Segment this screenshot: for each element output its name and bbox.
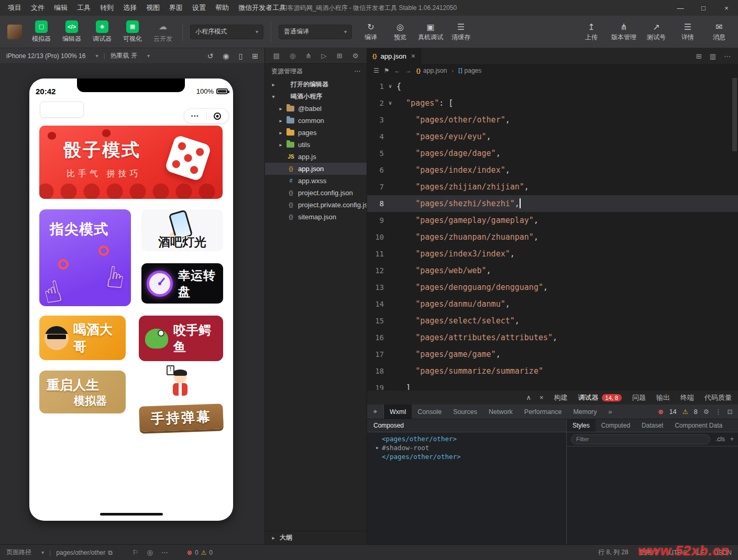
copy-icon[interactable]: ⧉: [108, 549, 113, 556]
tree-item[interactable]: {} project.config.json: [265, 187, 367, 199]
multi-window-icon[interactable]: ⊞: [252, 52, 258, 60]
extensions-icon[interactable]: ⊞: [337, 52, 343, 60]
fold-icon[interactable]: [384, 379, 396, 390]
expand-icon[interactable]: [374, 452, 380, 461]
expand-icon[interactable]: ▶: [374, 443, 380, 452]
version-control-button[interactable]: ⋔ 版本管理: [611, 21, 636, 42]
fold-icon[interactable]: [384, 128, 396, 145]
tree-item[interactable]: {} project.private.config.js...: [265, 199, 367, 211]
preview-eye-icon[interactable]: ◎: [147, 548, 152, 556]
tree-item[interactable]: ▸ common: [265, 115, 367, 127]
editor-toggle-button[interactable]: </> 编辑器: [60, 20, 84, 43]
dice-mode-banner[interactable]: 骰子模式 比手气 拼技巧: [39, 126, 223, 199]
fold-icon[interactable]: [384, 363, 396, 379]
tree-item[interactable]: JS app.js: [265, 151, 367, 163]
error-count-icon[interactable]: ⊗: [658, 408, 663, 416]
handheld-danmu-tile[interactable]: ! 手持弹幕: [139, 365, 223, 433]
styles-tab[interactable]: Component Data: [669, 419, 728, 432]
collapse-panel-icon[interactable]: ∧: [526, 394, 531, 401]
forward-icon[interactable]: →: [405, 67, 412, 74]
outline-section[interactable]: ▸ 大纲: [265, 531, 367, 544]
breadcrumb-file[interactable]: {} app.json: [416, 67, 447, 74]
breadcrumb-node[interactable]: [ ] pages: [458, 67, 481, 74]
menu-item[interactable]: 帮助: [211, 0, 234, 16]
code-editor[interactable]: 1 ∨ { 2 ∨ "pages" : [: [367, 77, 738, 390]
menu-item[interactable]: 视图: [141, 0, 164, 16]
inspect-element-icon[interactable]: ⌖: [367, 405, 384, 419]
layout-icon[interactable]: ▥: [710, 52, 716, 60]
drink-bro-tile[interactable]: 喝酒大哥: [39, 316, 126, 360]
menu-item[interactable]: 项目: [3, 0, 26, 16]
panel-tab[interactable]: 调试器 14, 8: [578, 393, 622, 402]
fold-icon[interactable]: [384, 229, 396, 245]
devtools-tab[interactable]: Sources: [447, 405, 483, 419]
preview-button[interactable]: ◎ 预览: [389, 21, 412, 42]
menu-item[interactable]: 转到: [95, 0, 118, 16]
devtools-menu-icon[interactable]: ⋮: [715, 408, 722, 416]
compile-mode-select[interactable]: 普通编译 ▾: [279, 25, 352, 39]
tree-item[interactable]: ▸ 打开的编辑器: [265, 79, 367, 91]
menu-item[interactable]: 工具: [72, 0, 95, 16]
devtools-tab[interactable]: Performance: [519, 405, 568, 419]
fold-icon[interactable]: [384, 195, 396, 212]
rotate-icon[interactable]: ↺: [207, 52, 214, 60]
statusbar-item[interactable]: JSON: [715, 548, 732, 557]
visual-toggle-button[interactable]: ▦ 可视化: [120, 20, 145, 43]
composed-header[interactable]: Composed: [367, 419, 566, 432]
capsule-home-button[interactable]: [207, 113, 229, 120]
bookmark-icon[interactable]: ⚑: [384, 67, 390, 74]
crocodile-tile[interactable]: 咬手鳄鱼: [139, 316, 223, 361]
styles-tab[interactable]: Computed: [596, 419, 636, 432]
close-tab-icon[interactable]: ×: [411, 52, 415, 60]
details-button[interactable]: ☰ 详情: [676, 21, 699, 42]
settings-icon[interactable]: ⚙: [353, 52, 359, 60]
hot-reload-toggle[interactable]: 热重载 开 ▾: [111, 51, 150, 60]
menu-item[interactable]: 界面: [164, 0, 188, 16]
devtools-tab[interactable]: Memory: [567, 405, 602, 419]
tree-item[interactable]: {} sitemap.json: [265, 211, 367, 223]
maximize-button[interactable]: □: [692, 0, 715, 16]
wxml-node[interactable]: </pages/other/other>: [367, 452, 566, 461]
debugger-toggle-button[interactable]: ◈ 调试器: [90, 20, 114, 43]
tree-item[interactable]: ▾ 喝酒小程序: [265, 91, 367, 103]
dock-side-icon[interactable]: ⊡: [728, 408, 733, 416]
cloud-dev-button[interactable]: ☁ 云开发: [151, 20, 175, 43]
devtools-tab[interactable]: Wxml: [384, 405, 412, 419]
remote-debug-button[interactable]: ▣ 真机调试: [418, 21, 443, 42]
current-page-path[interactable]: pages/other/other ⧉: [56, 549, 113, 556]
fold-icon[interactable]: [384, 212, 396, 229]
devtools-tab[interactable]: Network: [483, 405, 519, 419]
mode-select[interactable]: 小程序模式 ▾: [190, 25, 263, 39]
device-select[interactable]: iPhone 12/13 (Pro) 100% 16 ▾: [6, 52, 98, 60]
clear-cache-button[interactable]: ☰ 清缓存: [449, 21, 472, 42]
upload-button[interactable]: ↥ 上传: [580, 21, 603, 42]
fold-icon[interactable]: [384, 262, 396, 279]
restart-life-tile[interactable]: 重启人生 模拟器: [39, 371, 126, 413]
tree-item[interactable]: {} app.json: [265, 163, 367, 175]
home-indicator[interactable]: [100, 513, 163, 516]
split-editor-icon[interactable]: ⊞: [696, 52, 702, 60]
styles-tab[interactable]: Dataset: [636, 419, 669, 432]
fold-icon[interactable]: [384, 111, 396, 128]
screenshot-icon[interactable]: ◉: [223, 52, 229, 60]
tab-app-json[interactable]: {} app.json ×: [367, 48, 421, 64]
fold-icon[interactable]: [384, 296, 396, 312]
more-actions-icon[interactable]: ⋯: [724, 52, 731, 60]
devtools-settings-icon[interactable]: ⚙: [703, 408, 709, 416]
warning-count-icon[interactable]: ⚠: [682, 408, 688, 416]
styles-filter-input[interactable]: [571, 434, 710, 444]
tree-item[interactable]: ▸ pages: [265, 127, 367, 139]
search-icon[interactable]: ◎: [290, 52, 295, 60]
panel-tab[interactable]: 代码质量: [704, 393, 732, 402]
menu-item[interactable]: 文件: [26, 0, 49, 16]
tree-item[interactable]: ▸ @babel: [265, 103, 367, 115]
fold-icon[interactable]: [384, 346, 396, 363]
menu-item[interactable]: 微信开发者工具: [234, 0, 291, 16]
menu-item[interactable]: 选择: [118, 0, 141, 16]
wxml-node[interactable]: <pages/other/other>: [367, 434, 566, 443]
page-path-menu[interactable]: 页面路径 ▾: [6, 548, 44, 557]
panel-tab[interactable]: 输出: [656, 393, 670, 402]
menu-item[interactable]: 设置: [188, 0, 211, 16]
back-icon[interactable]: ←: [394, 67, 401, 74]
fold-icon[interactable]: [384, 245, 396, 262]
